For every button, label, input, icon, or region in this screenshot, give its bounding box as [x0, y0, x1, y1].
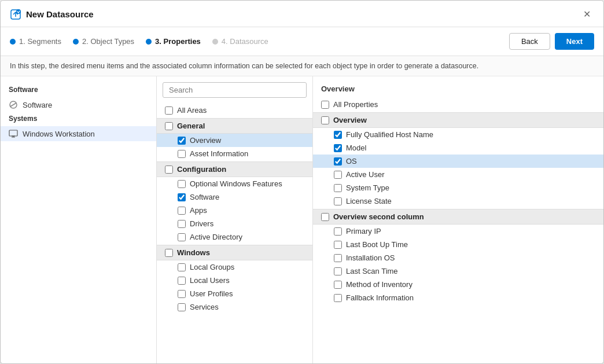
last-boot-item[interactable]: Last Boot Up Time	[313, 238, 603, 251]
step-2-label: 2. Object Types	[82, 37, 134, 46]
overview-group-checkbox[interactable]	[321, 116, 329, 124]
step-3-dot	[146, 39, 152, 45]
system-type-label: System Type	[346, 183, 389, 192]
fqhn-item[interactable]: Fully Qualified Host Name	[313, 128, 603, 141]
drivers-label: Drivers	[190, 219, 213, 228]
local-users-label: Local Users	[190, 276, 230, 285]
main-content: Software Software Systems Windows Workst…	[1, 76, 603, 363]
general-checkbox[interactable]	[165, 122, 173, 130]
services-item[interactable]: Services	[157, 300, 312, 314]
dialog-title: New Datasource	[26, 9, 94, 19]
fqhn-checkbox[interactable]	[334, 131, 342, 139]
optional-windows-features-checkbox[interactable]	[178, 180, 186, 188]
local-users-item[interactable]: Local Users	[157, 274, 312, 287]
model-checkbox[interactable]	[334, 144, 342, 152]
local-groups-item[interactable]: Local Groups	[157, 260, 312, 274]
svg-line-3	[10, 103, 16, 106]
os-checkbox[interactable]	[334, 157, 342, 166]
installation-os-checkbox[interactable]	[334, 254, 342, 262]
software-config-checkbox[interactable]	[178, 193, 186, 201]
step-1-dot	[10, 39, 16, 45]
all-areas-checkbox[interactable]	[165, 106, 173, 115]
active-directory-item[interactable]: Active Directory	[157, 230, 312, 244]
asset-information-label: Asset Information	[190, 149, 248, 158]
overview-item[interactable]: Overview	[157, 134, 312, 147]
fallback-information-label: Fallback Information	[346, 293, 414, 302]
local-users-checkbox[interactable]	[178, 277, 186, 285]
services-checkbox[interactable]	[178, 303, 186, 311]
info-text: In this step, the desired menu items and…	[10, 62, 478, 70]
all-properties-checkbox[interactable]	[321, 101, 329, 109]
active-directory-checkbox[interactable]	[178, 233, 186, 241]
last-scan-time-item[interactable]: Last Scan Time	[313, 264, 603, 278]
step-2: 2. Object Types	[73, 37, 134, 46]
configuration-group-header[interactable]: Configuration	[157, 161, 312, 177]
step-4-dot	[212, 39, 218, 45]
active-user-checkbox[interactable]	[334, 171, 342, 179]
model-item[interactable]: Model	[313, 141, 603, 155]
optional-windows-features-label: Optional Windows Features	[190, 179, 282, 188]
software-icon	[9, 100, 18, 109]
user-profiles-checkbox[interactable]	[178, 290, 186, 298]
steps-left: 1. Segments 2. Object Types 3. Propertie…	[10, 37, 268, 46]
general-group-header[interactable]: General	[157, 118, 312, 134]
os-item[interactable]: OS	[313, 155, 603, 168]
overview-label: Overview	[190, 136, 221, 145]
primary-ip-item[interactable]: Primary IP	[313, 225, 603, 238]
active-directory-label: Active Directory	[190, 233, 242, 241]
optional-windows-features-item[interactable]: Optional Windows Features	[157, 177, 312, 190]
license-state-checkbox[interactable]	[334, 197, 342, 205]
active-user-label: Active User	[346, 170, 384, 179]
system-type-item[interactable]: System Type	[313, 181, 603, 194]
back-button[interactable]: Back	[509, 33, 550, 50]
installation-os-item[interactable]: Installation OS	[313, 251, 603, 264]
method-of-inventory-checkbox[interactable]	[334, 281, 342, 289]
next-button[interactable]: Next	[555, 33, 594, 50]
drivers-item[interactable]: Drivers	[157, 217, 312, 230]
all-properties-item[interactable]: All Properties	[313, 98, 603, 111]
overview-group-label: Overview	[333, 116, 367, 124]
windows-workstation-item[interactable]: Windows Workstation	[1, 126, 156, 141]
local-groups-checkbox[interactable]	[178, 263, 186, 271]
windows-group-header[interactable]: Windows	[157, 245, 312, 260]
services-label: Services	[190, 303, 219, 311]
all-areas-item[interactable]: All Areas	[157, 104, 312, 117]
last-scan-time-checkbox[interactable]	[334, 267, 342, 275]
configuration-checkbox[interactable]	[165, 166, 173, 174]
drivers-checkbox[interactable]	[178, 220, 186, 228]
apps-item[interactable]: Apps	[157, 204, 312, 217]
title-bar-left: New Datasource	[10, 9, 94, 20]
software-config-item[interactable]: Software	[157, 190, 312, 204]
windows-group-checkbox[interactable]	[165, 249, 173, 257]
software-item[interactable]: Software	[1, 97, 156, 112]
search-input[interactable]	[163, 82, 307, 98]
overview-second-group-header[interactable]: Overview second column	[313, 209, 603, 225]
asset-information-checkbox[interactable]	[178, 150, 186, 158]
overview-checkbox[interactable]	[178, 137, 186, 145]
fallback-information-item[interactable]: Fallback Information	[313, 291, 603, 304]
license-state-item[interactable]: License State	[313, 194, 603, 208]
software-section-title: Software	[1, 83, 156, 97]
asset-information-item[interactable]: Asset Information	[157, 147, 312, 160]
overview-second-checkbox[interactable]	[321, 213, 329, 221]
general-label: General	[177, 122, 205, 130]
apps-checkbox[interactable]	[178, 207, 186, 215]
user-profiles-item[interactable]: User Profiles	[157, 287, 312, 300]
left-panel: Software Software Systems Windows Workst…	[1, 76, 157, 363]
primary-ip-checkbox[interactable]	[334, 227, 342, 236]
active-user-item[interactable]: Active User	[313, 168, 603, 181]
primary-ip-label: Primary IP	[346, 227, 381, 236]
system-type-checkbox[interactable]	[334, 184, 342, 192]
close-button[interactable]: ✕	[580, 8, 594, 21]
overview-group-header[interactable]: Overview	[313, 112, 603, 128]
apps-label: Apps	[190, 206, 207, 215]
fallback-information-checkbox[interactable]	[334, 294, 342, 302]
method-of-inventory-item[interactable]: Method of Inventory	[313, 278, 603, 291]
model-label: Model	[346, 144, 366, 152]
windows-group-label: Windows	[177, 248, 210, 257]
svg-point-1	[16, 9, 21, 14]
installation-os-label: Installation OS	[346, 253, 395, 262]
os-label: OS	[346, 157, 357, 166]
svg-rect-4	[9, 130, 17, 136]
last-boot-checkbox[interactable]	[334, 241, 342, 249]
